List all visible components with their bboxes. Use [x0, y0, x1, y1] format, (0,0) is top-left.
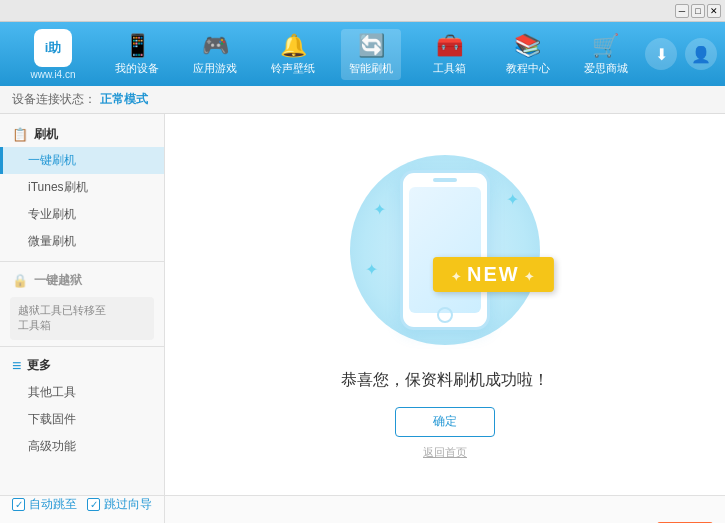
jailbreak-section-label: 一键越狱: [34, 272, 82, 289]
download-button[interactable]: ⬇: [645, 38, 677, 70]
nav-tutorial-label: 教程中心: [506, 61, 550, 76]
sidebar-section-more[interactable]: ≡ 更多: [0, 353, 164, 379]
nav-ringtones[interactable]: 🔔 铃声壁纸: [263, 29, 323, 80]
skip-wizard-checkbox[interactable]: ✓: [87, 498, 100, 511]
bottom-section: ✓ 自动跳至 ✓ 跳过向导 📱 iPhone 12 mini 64GB Down…: [0, 495, 725, 523]
download-firmware-label: 下载固件: [28, 412, 76, 426]
header-actions: ⬇ 👤: [645, 38, 717, 70]
nav-shop[interactable]: 🛒 爱思商城: [576, 29, 636, 80]
auto-jump-checkbox[interactable]: ✓: [12, 498, 25, 511]
confirm-button[interactable]: 确定: [395, 407, 495, 437]
logo-url: www.i4.cn: [30, 69, 75, 80]
nav-shop-icon: 🛒: [592, 33, 619, 59]
more-section-icon: ≡: [12, 357, 21, 375]
pro-flash-label: 专业刷机: [28, 207, 76, 221]
sparkle-3: ✦: [365, 260, 378, 279]
nav-app-games[interactable]: 🎮 应用游戏: [185, 29, 245, 80]
flash-section-label: 刷机: [34, 126, 58, 143]
close-button[interactable]: ✕: [707, 4, 721, 18]
nav-ringtones-icon: 🔔: [280, 33, 307, 59]
sidebar-item-micro-flash[interactable]: 微量刷机: [0, 228, 164, 255]
flash-section-icon: 📋: [12, 127, 28, 142]
nav-smart-flash[interactable]: 🔄 智能刷机: [341, 29, 401, 80]
auto-jump-check-icon: ✓: [15, 499, 23, 510]
checkbox-row: ✓ 自动跳至 ✓ 跳过向导: [12, 496, 152, 513]
status-label: 设备连接状态：: [12, 91, 96, 108]
back-home-link[interactable]: 返回首页: [423, 445, 467, 460]
logo-area: i助 www.i4.cn: [8, 29, 98, 80]
bottom-right: V7.98.66 客服 微信公众号 检查更新: [165, 496, 725, 523]
sidebar-item-download-firmware[interactable]: 下载固件: [0, 406, 164, 433]
sidebar-section-flash[interactable]: 📋 刷机: [0, 122, 164, 147]
sparkle-2: ✦: [506, 190, 519, 209]
nav-toolbox-label: 工具箱: [433, 61, 466, 76]
one-click-flash-label: 一键刷机: [28, 153, 76, 167]
phone-body: [400, 170, 490, 330]
sidebar-item-advanced[interactable]: 高级功能: [0, 433, 164, 460]
sidebar: 📋 刷机 一键刷机 iTunes刷机 专业刷机 微量刷机 🔒 一键越狱 越狱工具…: [0, 114, 165, 495]
sidebar-item-other-tools[interactable]: 其他工具: [0, 379, 164, 406]
nav-app-games-icon: 🎮: [202, 33, 229, 59]
nav-smart-flash-label: 智能刷机: [349, 61, 393, 76]
auto-jump-checkbox-item: ✓ 自动跳至: [12, 496, 77, 513]
nav-tutorial[interactable]: 📚 教程中心: [498, 29, 558, 80]
content-area: ✦ ✦ ✦ ✦ NEW 恭喜您，保资料刷机成功啦！ 确定 返回首页: [165, 114, 725, 495]
logo-icon: i助: [34, 29, 72, 67]
nav-toolbox-icon: 🧰: [436, 33, 463, 59]
itunes-flash-label: iTunes刷机: [28, 180, 88, 194]
micro-flash-label: 微量刷机: [28, 234, 76, 248]
success-illustration: ✦ ✦ ✦ ✦ NEW: [345, 150, 545, 350]
nav-my-device-icon: 📱: [124, 33, 151, 59]
skip-wizard-checkbox-item: ✓ 跳过向导: [87, 496, 152, 513]
skip-wizard-check-icon: ✓: [90, 499, 98, 510]
sidebar-section-jailbreak: 🔒 一键越狱: [0, 268, 164, 293]
other-tools-label: 其他工具: [28, 385, 76, 399]
sparkle-1: ✦: [373, 200, 386, 219]
nav-app-games-label: 应用游戏: [193, 61, 237, 76]
more-section-label: 更多: [27, 357, 51, 374]
nav-bar: 📱 我的设备 🎮 应用游戏 🔔 铃声壁纸 🔄 智能刷机 🧰 工具箱 📚 教程中心…: [98, 29, 645, 80]
nav-smart-flash-icon: 🔄: [358, 33, 385, 59]
main-area: 📋 刷机 一键刷机 iTunes刷机 专业刷机 微量刷机 🔒 一键越狱 越狱工具…: [0, 114, 725, 495]
advanced-label: 高级功能: [28, 439, 76, 453]
sidebar-item-one-click-flash[interactable]: 一键刷机: [0, 147, 164, 174]
minimize-button[interactable]: ─: [675, 4, 689, 18]
nav-toolbox[interactable]: 🧰 工具箱: [420, 29, 480, 80]
phone-screen: [409, 187, 481, 313]
sidebar-divider-2: [0, 346, 164, 347]
new-banner: NEW: [433, 257, 554, 292]
status-bar: 设备连接状态： 正常模式: [0, 86, 725, 114]
jailbreak-note: 越狱工具已转移至 工具箱: [10, 297, 154, 340]
bottom-left: ✓ 自动跳至 ✓ 跳过向导 📱 iPhone 12 mini 64GB Down…: [0, 496, 165, 523]
success-message: 恭喜您，保资料刷机成功啦！: [341, 370, 549, 391]
skip-wizard-label: 跳过向导: [104, 496, 152, 513]
auto-jump-label: 自动跳至: [29, 496, 77, 513]
jailbreak-lock-icon: 🔒: [12, 273, 28, 288]
logo-text: i助: [45, 39, 62, 57]
status-value: 正常模式: [100, 91, 148, 108]
nav-tutorial-icon: 📚: [514, 33, 541, 59]
nav-shop-label: 爱思商城: [584, 61, 628, 76]
user-button[interactable]: 👤: [685, 38, 717, 70]
sidebar-item-itunes-flash[interactable]: iTunes刷机: [0, 174, 164, 201]
title-bar: ─ □ ✕: [0, 0, 725, 22]
sidebar-divider-1: [0, 261, 164, 262]
nav-my-device[interactable]: 📱 我的设备: [107, 29, 167, 80]
phone-speaker: [433, 178, 457, 182]
phone-home-button: [437, 307, 453, 323]
header: i助 www.i4.cn 📱 我的设备 🎮 应用游戏 🔔 铃声壁纸 🔄 智能刷机…: [0, 22, 725, 86]
nav-my-device-label: 我的设备: [115, 61, 159, 76]
maximize-button[interactable]: □: [691, 4, 705, 18]
nav-ringtones-label: 铃声壁纸: [271, 61, 315, 76]
sidebar-item-pro-flash[interactable]: 专业刷机: [0, 201, 164, 228]
